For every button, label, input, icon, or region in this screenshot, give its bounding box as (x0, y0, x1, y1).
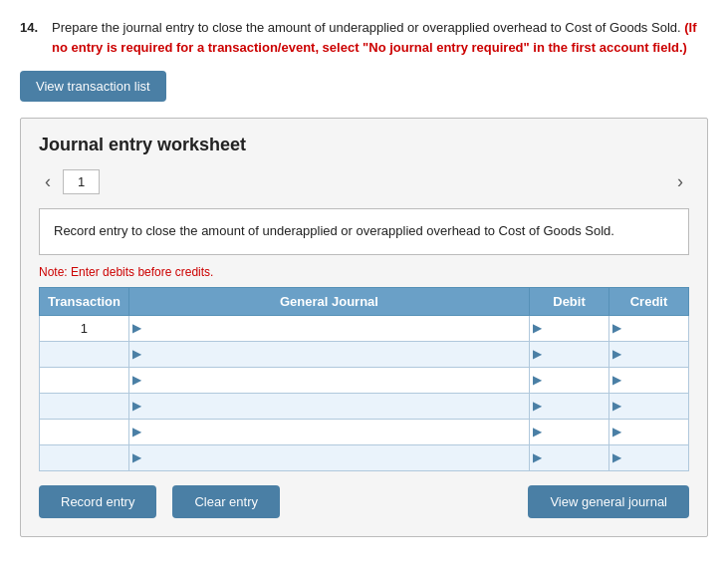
table-row: ▶▶▶ (40, 444, 689, 470)
cell-general-1[interactable]: ▶ (128, 341, 529, 367)
cell-general-5[interactable]: ▶ (128, 444, 529, 470)
cell-arrow-general-3: ▶ (129, 399, 144, 413)
input-debit-5[interactable] (545, 445, 608, 470)
cell-transaction-2 (40, 367, 129, 393)
cell-debit-1[interactable]: ▶ (530, 341, 609, 367)
worksheet-container: Journal entry worksheet ‹ 1 › Record ent… (20, 118, 708, 537)
input-general-2[interactable] (144, 368, 529, 393)
description-box: Record entry to close the amount of unde… (39, 208, 689, 255)
cell-debit-3[interactable]: ▶ (530, 393, 609, 419)
input-credit-1[interactable] (624, 342, 688, 367)
tab-1[interactable]: 1 (63, 169, 100, 194)
action-buttons-row: Record entry Clear entry View general jo… (39, 485, 689, 518)
table-row: ▶▶▶ (40, 367, 689, 393)
cell-debit-0[interactable]: ▶ (530, 315, 609, 341)
table-row: ▶▶▶ (40, 341, 689, 367)
input-debit-3[interactable] (545, 394, 608, 419)
cell-credit-1[interactable]: ▶ (609, 341, 689, 367)
tab-nav: ‹ 1 › (39, 169, 689, 194)
input-debit-4[interactable] (545, 420, 608, 444)
cell-arrow-general-4: ▶ (129, 425, 144, 438)
view-general-journal-button[interactable]: View general journal (528, 485, 689, 518)
cell-arrow-general-2: ▶ (129, 373, 144, 387)
input-general-1[interactable] (144, 342, 529, 367)
cell-transaction-0: 1 (40, 315, 129, 341)
cell-transaction-1 (40, 341, 129, 367)
input-debit-1[interactable] (545, 342, 608, 367)
input-general-5[interactable] (144, 445, 529, 470)
input-credit-5[interactable] (624, 445, 688, 470)
cell-transaction-3 (40, 393, 129, 419)
cell-credit-3[interactable]: ▶ (609, 393, 689, 419)
tab-next-button[interactable]: › (671, 169, 689, 194)
input-credit-4[interactable] (624, 420, 688, 444)
record-entry-button[interactable]: Record entry (39, 485, 156, 518)
cell-arrow-debit-2: ▶ (530, 373, 545, 387)
input-credit-2[interactable] (624, 368, 688, 393)
cell-arrow-credit-3: ▶ (609, 399, 624, 413)
view-transaction-button[interactable]: View transaction list (20, 71, 166, 102)
cell-arrow-debit-3: ▶ (530, 399, 545, 413)
input-credit-0[interactable] (624, 316, 688, 341)
col-header-credit: Credit (609, 287, 689, 315)
cell-general-3[interactable]: ▶ (128, 393, 529, 419)
cell-credit-2[interactable]: ▶ (609, 367, 689, 393)
cell-credit-0[interactable]: ▶ (609, 315, 689, 341)
input-general-0[interactable] (144, 316, 529, 341)
cell-arrow-debit-5: ▶ (530, 450, 545, 464)
input-general-4[interactable] (144, 420, 529, 444)
question-number: 14. (20, 18, 44, 57)
col-header-transaction: Transaction (40, 287, 129, 315)
cell-arrow-general-1: ▶ (129, 347, 144, 361)
col-header-debit: Debit (530, 287, 609, 315)
cell-general-4[interactable]: ▶ (128, 419, 529, 444)
input-general-3[interactable] (144, 394, 529, 419)
cell-arrow-debit-4: ▶ (530, 425, 545, 438)
question-text: Prepare the journal entry to close the a… (52, 18, 708, 57)
cell-arrow-credit-5: ▶ (609, 450, 624, 464)
table-row: ▶▶▶ (40, 419, 689, 444)
input-credit-3[interactable] (624, 394, 688, 419)
cell-arrow-credit-4: ▶ (609, 425, 624, 438)
question-header: 14. Prepare the journal entry to close t… (20, 18, 708, 57)
cell-arrow-debit-0: ▶ (530, 321, 545, 335)
cell-credit-4[interactable]: ▶ (609, 419, 689, 444)
tab-prev-button[interactable]: ‹ (39, 169, 57, 194)
cell-arrow-general-0: ▶ (129, 321, 144, 335)
journal-table: Transaction General Journal Debit Credit… (39, 287, 689, 471)
table-row: 1▶▶▶ (40, 315, 689, 341)
question-main-text: Prepare the journal entry to close the a… (52, 20, 681, 35)
cell-transaction-4 (40, 419, 129, 444)
cell-debit-5[interactable]: ▶ (530, 444, 609, 470)
cell-arrow-credit-2: ▶ (609, 373, 624, 387)
input-debit-2[interactable] (545, 368, 608, 393)
cell-arrow-credit-0: ▶ (609, 321, 624, 335)
worksheet-title: Journal entry worksheet (39, 135, 689, 155)
note-text: Note: Enter debits before credits. (39, 265, 689, 279)
cell-arrow-credit-1: ▶ (609, 347, 624, 361)
cell-transaction-5 (40, 444, 129, 470)
col-header-general: General Journal (128, 287, 529, 315)
input-debit-0[interactable] (545, 316, 608, 341)
description-text: Record entry to close the amount of unde… (54, 223, 614, 238)
cell-debit-2[interactable]: ▶ (530, 367, 609, 393)
cell-arrow-debit-1: ▶ (530, 347, 545, 361)
table-row: ▶▶▶ (40, 393, 689, 419)
cell-debit-4[interactable]: ▶ (530, 419, 609, 444)
table-header-row: Transaction General Journal Debit Credit (40, 287, 689, 315)
cell-general-0[interactable]: ▶ (128, 315, 529, 341)
cell-credit-5[interactable]: ▶ (609, 444, 689, 470)
cell-general-2[interactable]: ▶ (128, 367, 529, 393)
clear-entry-button[interactable]: Clear entry (172, 485, 280, 518)
cell-arrow-general-5: ▶ (129, 450, 144, 464)
